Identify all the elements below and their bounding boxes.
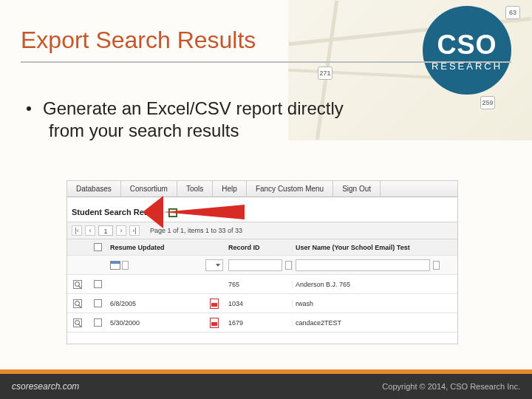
filter-select[interactable]	[205, 259, 223, 271]
pager-next-button[interactable]: ›	[116, 225, 126, 236]
cso-logo: CSO RESEARCH	[423, 6, 511, 95]
menu-signout[interactable]: Sign Out	[333, 181, 381, 197]
pager-prev-button[interactable]: ‹	[85, 225, 95, 236]
route-shield: 63	[505, 6, 520, 19]
menu-tools[interactable]: Tools	[177, 181, 213, 197]
filter-icon[interactable]	[433, 261, 440, 270]
row-checkbox[interactable]	[94, 299, 102, 307]
cell-uname: Anderson B.J. 765	[292, 281, 440, 288]
filter-icon[interactable]	[285, 261, 292, 270]
pdf-icon[interactable]	[210, 318, 219, 328]
menu-fancy[interactable]: Fancy Custom Menu	[247, 181, 333, 197]
results-grid: Resume Updated Record ID User Name (Your…	[67, 239, 457, 332]
table-row: 765 Anderson B.J. 765	[67, 275, 457, 294]
bullet-line1: Generate an Excel/CSV report directly	[43, 98, 344, 118]
table-row: 5/30/2000 1679 candace2TEST	[67, 313, 457, 332]
pager: |‹ ‹ 1 › ›| Page 1 of 1, items 1 to 33 o…	[67, 222, 457, 239]
grid-filter-row	[67, 256, 457, 275]
view-row-icon[interactable]	[73, 299, 82, 308]
footer: csoresearch.com Copyright © 2014, CSO Re…	[0, 374, 532, 399]
slide-title: Export Search Results	[21, 27, 256, 54]
title-rule	[21, 61, 511, 63]
pager-status: Page 1 of 1, items 1 to 33 of 33	[150, 227, 242, 234]
footer-site: csoresearch.com	[12, 381, 79, 392]
filter-icon[interactable]	[122, 261, 129, 270]
footer-copyright: Copyright © 2014, CSO Research Inc.	[382, 382, 520, 391]
row-checkbox[interactable]	[94, 280, 102, 288]
route-shield: 259	[480, 96, 495, 109]
table-row: 6/8/2005 1034 rwash	[67, 294, 457, 313]
view-row-icon[interactable]	[73, 318, 82, 327]
route-shield: 271	[318, 66, 332, 80]
col-record-id[interactable]: Record ID	[225, 244, 292, 251]
col-resume-updated[interactable]: Resume Updated	[107, 244, 203, 251]
pager-last-button[interactable]: ›|	[129, 225, 140, 236]
callout-arrow-icon	[163, 205, 245, 219]
cell-date: 5/30/2000	[107, 319, 203, 327]
cell-uname: rwash	[292, 300, 440, 307]
menu-bar: Databases Consortium Tools Help Fancy Cu…	[67, 181, 457, 197]
filter-username-input[interactable]	[296, 259, 430, 271]
cell-uname: candace2TEST	[292, 319, 440, 327]
menu-help[interactable]: Help	[213, 181, 247, 197]
grid-header: Resume Updated Record ID User Name (Your…	[67, 239, 457, 256]
col-user-name[interactable]: User Name (Your School Email) Test	[292, 244, 440, 251]
results-heading: Student Search Results	[67, 197, 457, 222]
view-row-icon[interactable]	[73, 280, 82, 289]
menu-databases[interactable]: Databases	[67, 181, 121, 197]
bullet-item: Generate an Excel/CSV report directly fr…	[27, 98, 344, 142]
filter-record-id-input[interactable]	[228, 259, 282, 271]
cell-rid: 765	[225, 281, 292, 288]
bullet-dot-icon	[27, 106, 31, 111]
pager-page-input[interactable]: 1	[98, 225, 113, 236]
bullet-line2: from your search results	[49, 120, 344, 142]
row-checkbox[interactable]	[94, 318, 102, 327]
select-all-checkbox[interactable]	[94, 243, 102, 251]
menu-consortium[interactable]: Consortium	[121, 181, 177, 197]
pdf-icon[interactable]	[210, 299, 219, 309]
pager-first-button[interactable]: |‹	[72, 225, 82, 236]
logo-main: CSO	[437, 30, 497, 61]
cell-rid: 1679	[225, 319, 292, 327]
app-screenshot: Databases Consortium Tools Help Fancy Cu…	[66, 180, 458, 344]
cell-date: 6/8/2005	[107, 300, 203, 307]
cell-rid: 1034	[225, 300, 292, 307]
calendar-icon[interactable]	[110, 261, 120, 270]
